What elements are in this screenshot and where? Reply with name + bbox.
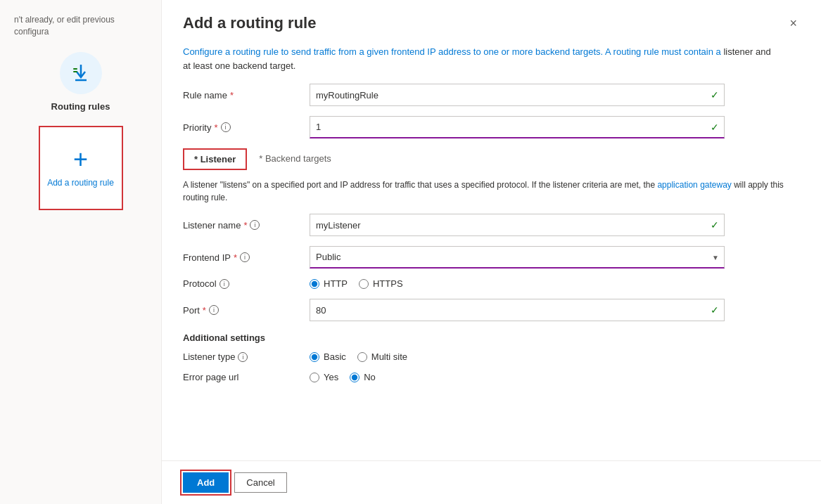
frontend-ip-label: Frontend IP * i [183,252,295,263]
port-row: Port * i ✓ [183,299,800,321]
additional-settings-heading: Additional settings [183,332,800,343]
protocol-label: Protocol i [183,278,295,289]
priority-required-star: * [214,122,217,133]
listener-type-label: Listener type i [183,351,295,362]
protocol-http-radio[interactable] [310,279,319,289]
cancel-button[interactable]: Cancel [234,472,286,493]
rule-name-row: Rule name * ✓ [183,84,800,106]
port-input[interactable] [310,299,725,321]
main-panel: Add a routing rule × Configure a routing… [162,0,821,504]
add-button[interactable]: Add [183,472,229,493]
error-page-no-option[interactable]: No [350,372,376,382]
priority-checkmark: ✓ [711,122,719,133]
protocol-https-label: HTTPS [373,278,403,289]
error-page-url-row: Error page url Yes No [183,372,800,382]
listener-type-basic-option[interactable]: Basic [310,351,346,362]
error-page-url-label: Error page url [183,372,295,382]
priority-row: Priority * i ✓ [183,116,800,138]
listener-type-basic-label: Basic [324,351,346,362]
listener-type-basic-radio[interactable] [310,352,319,362]
listener-name-input-wrapper: ✓ [310,214,725,236]
port-info-icon[interactable]: i [209,305,219,315]
frontend-ip-select[interactable]: Public Private [310,246,725,269]
rule-name-label: Rule name * [183,90,295,101]
protocol-info-icon[interactable]: i [219,279,229,289]
listener-name-row: Listener name * i ✓ [183,214,800,236]
plus-icon: + [73,147,88,172]
priority-input[interactable] [310,116,725,138]
error-page-radio-group: Yes No [310,372,376,382]
port-checkmark: ✓ [711,304,719,316]
protocol-radio-group: HTTP HTTPS [310,278,403,289]
error-page-no-label: No [364,372,376,382]
frontend-ip-info-icon[interactable]: i [240,252,250,262]
sidebar-background-text: n't already, or edit previous configura [0,14,161,38]
tabs-row: * Listener * Backend targets [183,148,800,170]
required-star: * [230,90,234,101]
rule-name-input-wrapper: ✓ [310,84,725,106]
listener-type-multisite-radio[interactable] [357,352,367,362]
rule-name-input[interactable] [310,84,725,106]
error-page-yes-option[interactable]: Yes [310,372,338,382]
protocol-row: Protocol i HTTP HTTPS [183,278,800,289]
listener-description: A listener "listens" on a specified port… [183,179,795,204]
listener-type-multisite-label: Multi site [371,351,407,362]
priority-input-wrapper: ✓ [310,116,725,138]
listener-type-info-icon[interactable]: i [238,352,248,362]
priority-label: Priority * i [183,122,295,133]
routing-rules-icon [60,52,102,94]
listener-name-label: Listener name * i [183,220,295,231]
listener-name-input[interactable] [310,214,725,236]
panel-header: Add a routing rule × [162,0,821,39]
protocol-https-option[interactable]: HTTPS [359,278,403,289]
add-routing-label: Add a routing rule [47,178,114,189]
description-part1: Configure a routing rule to send traffic… [183,46,721,57]
bottom-bar: Add Cancel [162,460,821,504]
sidebar: n't already, or edit previous configura … [0,0,162,504]
close-button[interactable]: × [787,14,800,32]
form-content: Rule name * ✓ Priority * i ✓ * Listener … [162,84,821,460]
port-input-wrapper: ✓ [310,299,725,321]
priority-info-icon[interactable]: i [221,122,231,132]
protocol-http-option[interactable]: HTTP [310,278,348,289]
listener-type-radio-group: Basic Multi site [310,351,407,362]
error-page-yes-radio[interactable] [310,373,319,382]
protocol-https-radio[interactable] [359,279,369,289]
frontend-ip-select-wrapper: Public Private ▼ [310,246,725,269]
add-routing-card[interactable]: + Add a routing rule [39,126,123,210]
rule-name-checkmark: ✓ [711,89,719,101]
frontend-ip-row: Frontend IP * i Public Private ▼ [183,246,800,269]
tab-listener[interactable]: * Listener [183,148,247,170]
panel-title: Add a routing rule [183,14,316,32]
listener-name-checkmark: ✓ [711,219,719,231]
routing-rules-label: Routing rules [51,101,110,112]
tab-backend-targets[interactable]: * Backend targets [248,148,342,170]
listener-name-info-icon[interactable]: i [250,220,260,230]
error-page-yes-label: Yes [324,372,338,382]
error-page-no-radio[interactable] [350,373,359,382]
listener-type-multisite-option[interactable]: Multi site [357,351,407,362]
description-text: Configure a routing rule to send traffic… [162,39,795,84]
listener-type-row: Listener type i Basic Multi site [183,351,800,362]
protocol-http-label: HTTP [324,278,348,289]
port-label: Port * i [183,305,295,316]
